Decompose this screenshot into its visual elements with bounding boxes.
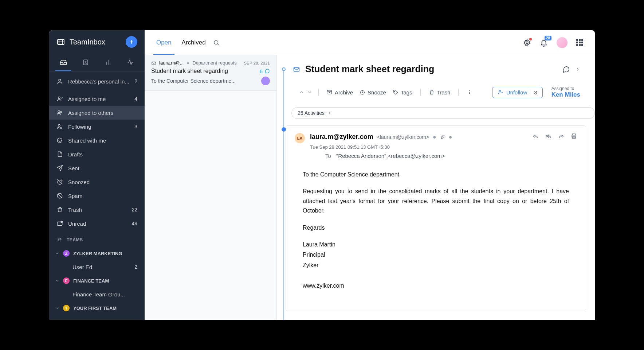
drafts-icon bbox=[56, 151, 63, 158]
chevron-down-icon bbox=[55, 279, 59, 283]
assigned-others-icon bbox=[56, 109, 63, 116]
nav-count: 3 bbox=[134, 124, 137, 129]
unfollow-count: 3 bbox=[530, 89, 537, 96]
assigned-block[interactable]: Assigned to Ken Miles bbox=[551, 86, 580, 98]
expand-button[interactable] bbox=[575, 67, 580, 72]
from-name: laura.m@zylker.com bbox=[310, 133, 373, 141]
thread-from: laura.m@... bbox=[159, 60, 184, 66]
tab-archived[interactable]: Archived bbox=[182, 30, 206, 55]
plus-icon bbox=[129, 39, 134, 45]
settings-button[interactable] bbox=[523, 39, 531, 47]
team-sub-label: User Ed bbox=[72, 264, 134, 270]
settings-badge bbox=[529, 38, 532, 40]
svg-rect-17 bbox=[294, 67, 299, 71]
chevron-up-icon[interactable] bbox=[299, 89, 305, 95]
svg-point-14 bbox=[214, 40, 218, 44]
following-icon bbox=[56, 123, 63, 130]
body-greeting: To the Computer Science department, bbox=[303, 170, 569, 179]
nav-assigned-others[interactable]: Assigned to others bbox=[49, 106, 145, 120]
shared-icon bbox=[56, 137, 63, 144]
apps-grid-button[interactable] bbox=[576, 39, 583, 46]
reply-icon[interactable] bbox=[533, 133, 539, 139]
snooze-button[interactable]: Snooze bbox=[357, 88, 388, 97]
activities-pill[interactable]: 25 Activities bbox=[291, 107, 595, 119]
team-sub-label: Your first inbox bbox=[72, 319, 134, 320]
nav-label: Following bbox=[68, 124, 129, 130]
snoozed-icon bbox=[56, 179, 63, 185]
notifications-button[interactable]: 28 bbox=[540, 39, 548, 47]
team-sub-count: 6 bbox=[134, 319, 137, 320]
chat-icon bbox=[264, 68, 270, 74]
assigned-name: Ken Miles bbox=[551, 91, 580, 98]
forward-icon[interactable] bbox=[558, 133, 564, 139]
team-item[interactable]: Z ZYLKER MARKETING bbox=[49, 246, 145, 260]
sig-name: Laura Martin bbox=[303, 240, 569, 249]
svg-point-23 bbox=[469, 93, 470, 94]
contacts-icon bbox=[82, 59, 89, 66]
team-sub-item[interactable]: User Ed2 bbox=[49, 260, 145, 274]
thread-item[interactable]: laura.m@... ● Department requests SEP 28… bbox=[145, 55, 276, 91]
reply-all-icon[interactable] bbox=[545, 133, 551, 139]
archive-button[interactable]: Archive bbox=[325, 88, 355, 97]
team-name: FINANCE TEAM bbox=[73, 278, 109, 284]
nav-snoozed[interactable]: Snoozed bbox=[49, 175, 145, 189]
tags-button[interactable]: Tags bbox=[390, 88, 415, 97]
team-sub-item[interactable]: Finance Team Grou... bbox=[49, 288, 145, 301]
trash-button[interactable]: Trash bbox=[427, 88, 453, 97]
sidebar-header: TeamInbox bbox=[49, 30, 145, 54]
team-item[interactable]: F FINANCE TEAM bbox=[49, 274, 145, 288]
search-button[interactable] bbox=[213, 39, 220, 46]
sidebar-tab-inbox[interactable] bbox=[52, 54, 75, 71]
thread-date: SEP 28, 2021 bbox=[244, 61, 270, 65]
from-block: laura.m@zylker.com <laura.m@zylker.com> … bbox=[310, 133, 527, 159]
sidebar-tab-analytics[interactable] bbox=[97, 54, 119, 71]
content: laura.m@... ● Department requests SEP 28… bbox=[145, 55, 595, 320]
nav-following[interactable]: Following 3 bbox=[49, 120, 145, 133]
inbox-icon bbox=[60, 59, 67, 66]
more-button[interactable] bbox=[464, 88, 475, 97]
from-email: <laura.m@zylker.com> bbox=[377, 134, 429, 140]
chat-button[interactable] bbox=[562, 65, 570, 73]
top-tab-group: Open Archived bbox=[156, 30, 206, 55]
chevron-down-icon bbox=[55, 306, 59, 310]
unread-icon bbox=[56, 220, 63, 227]
user-avatar[interactable] bbox=[557, 37, 568, 48]
sidebar-tab-contacts[interactable] bbox=[75, 54, 97, 71]
msgcount-num: 6 bbox=[260, 68, 263, 74]
svg-point-7 bbox=[58, 124, 60, 126]
unfollow-button[interactable]: Unfollow 3 bbox=[492, 87, 543, 98]
nav-sent[interactable]: Sent bbox=[49, 161, 145, 175]
team-item[interactable]: Y YOUR FIRST TEAM bbox=[49, 301, 145, 315]
nav-personal-inbox[interactable]: Rebbecca's personal in... 2 bbox=[49, 74, 145, 88]
chevron-down-icon[interactable] bbox=[307, 89, 313, 95]
trash-label: Trash bbox=[437, 89, 451, 96]
nav-assigned-me[interactable]: Assigned to me 4 bbox=[49, 92, 145, 106]
notif-badge: 28 bbox=[545, 36, 551, 40]
message-timestamp: Tue Sep 28 2021 09:51:13 GMT+5:30 bbox=[310, 144, 390, 150]
team-sub-count: 2 bbox=[134, 264, 137, 270]
nav-personal-count: 2 bbox=[134, 78, 137, 84]
team-sub-item[interactable]: Your first inbox6 bbox=[49, 315, 145, 320]
app-name: TeamInbox bbox=[70, 38, 121, 46]
compose-button[interactable] bbox=[126, 36, 137, 48]
nav-unread[interactable]: Unread 49 bbox=[49, 217, 145, 230]
snooze-icon bbox=[360, 89, 365, 95]
svg-point-22 bbox=[469, 92, 470, 93]
sig-company: Zylker bbox=[303, 261, 569, 270]
nav-trash[interactable]: Trash 22 bbox=[49, 203, 145, 217]
teams-header: TEAMS bbox=[49, 230, 145, 246]
nav-spam[interactable]: Spam bbox=[49, 189, 145, 203]
sidebar-tab-activity[interactable] bbox=[119, 54, 142, 71]
assigned-label: Assigned to bbox=[551, 86, 580, 91]
detail-subject: Student mark sheet regarding bbox=[305, 64, 557, 74]
tab-open[interactable]: Open bbox=[156, 30, 172, 55]
thread-preview-row: To the Computer Science departme... bbox=[151, 77, 270, 85]
print-icon[interactable] bbox=[571, 133, 577, 139]
svg-rect-26 bbox=[572, 137, 576, 139]
unfollow-icon bbox=[498, 89, 503, 95]
nav-drafts[interactable]: Drafts bbox=[49, 147, 145, 161]
sender-avatar: LA bbox=[295, 133, 305, 143]
nav-shared[interactable]: Shared with me bbox=[49, 133, 145, 147]
search-icon bbox=[213, 39, 220, 46]
more-icon bbox=[467, 89, 472, 95]
